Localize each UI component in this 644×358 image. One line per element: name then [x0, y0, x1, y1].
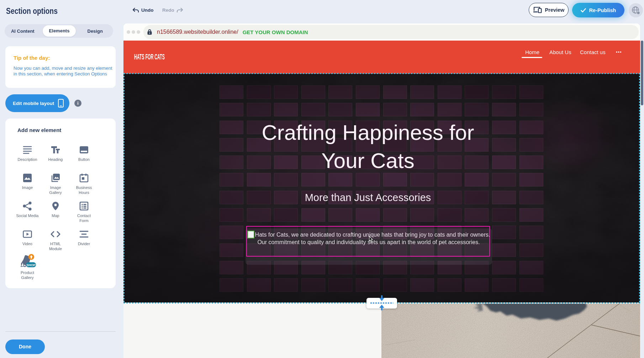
svg-text:SHOP: SHOP [26, 263, 36, 267]
